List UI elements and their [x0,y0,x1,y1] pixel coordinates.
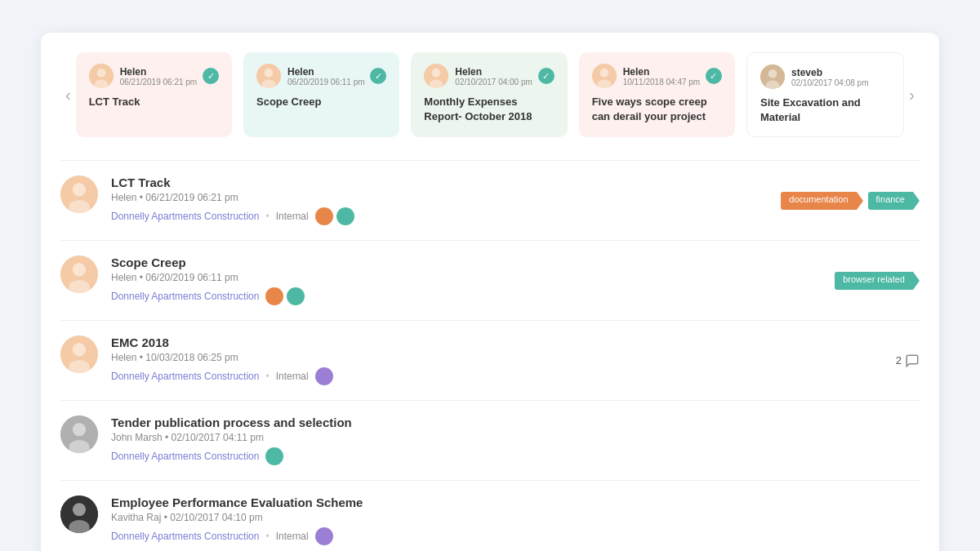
tag-label: documentation [781,192,856,210]
tag-arrow-icon [913,192,920,210]
list-item-4: Tender publication process and selection… [60,400,920,480]
project-link[interactable]: Donnelly Apartments Construction [111,531,259,542]
carousel-next[interactable]: › [904,86,920,104]
list-meta: Helen • 10/03/2018 06:25 pm [111,352,920,363]
list-author: Kavitha Raj [111,512,161,523]
card-date: 10/11/2018 04:47 pm [623,78,701,87]
card-date: 06/21/2019 06:21 pm [120,78,198,87]
badges-row [315,367,333,385]
badge-0[interactable] [315,367,333,385]
list-date: 10/03/2018 06:25 pm [145,352,238,363]
tag-0: documentation [781,192,862,210]
card-username: Helen [120,66,198,78]
badge-0[interactable] [265,447,283,465]
list-content: Tender publication process and selection… [111,415,920,465]
carousel-card-4[interactable]: Helen 10/11/2018 04:47 pm ✓ Five ways sc… [579,52,735,137]
carousel-card-5[interactable]: steveb 02/10/2017 04:08 pm Site Excavati… [746,52,904,137]
list-title: EMC 2018 [111,335,920,349]
list-content: Employee Performance Evaluation Scheme K… [111,495,920,545]
svg-point-13 [768,69,777,78]
card-date: 06/20/2019 06:11 pm [287,78,365,87]
tag-arrow-icon [913,272,920,290]
list-content: EMC 2018 Helen • 10/03/2018 06:25 pm Don… [111,335,920,385]
svg-point-4 [265,69,274,78]
internal-label: Internal [276,371,309,382]
list-author: Helen [111,352,136,363]
carousel-card-3[interactable]: Helen 02/10/2017 04:00 pm ✓ Monthly Expe… [411,52,567,137]
list-date: 06/20/2019 06:11 pm [145,272,238,283]
internal-label: Internal [276,531,309,542]
badges-row [315,207,354,225]
card-username: Helen [455,66,532,78]
list-meta: Helen • 06/20/2019 06:11 pm [111,272,920,283]
list-title: Employee Performance Evaluation Scheme [111,495,920,509]
card-date: 02/10/2017 04:08 pm [791,78,869,87]
list-date: 02/10/2017 04:10 pm [170,512,262,523]
card-title: Scope Creep [256,95,386,109]
tag-1: finance [868,192,920,210]
svg-point-7 [432,69,441,78]
list-author: Helen [111,192,136,203]
list-meta: Kavitha Raj • 02/10/2017 04:10 pm [111,512,920,523]
tag-label: browser related [835,272,913,290]
badge-0[interactable] [315,527,333,545]
list-meta: John Marsh • 02/10/2017 04:11 pm [111,432,920,443]
carousel-card-2[interactable]: Helen 06/20/2019 06:11 pm ✓ Scope Creep [243,52,399,137]
list-author: Helen [111,272,136,283]
svg-point-10 [599,69,608,78]
badges-row [265,447,283,465]
card-title: Site Excavation and Material [760,96,890,125]
list-date: 02/10/2017 04:11 pm [172,432,264,443]
carousel-card-1[interactable]: Helen 06/21/2019 06:21 pm ✓ LCT Track [76,52,232,137]
tag-0: browser related [835,272,920,290]
list-sub: Donnelly Apartments Construction •Intern… [111,367,920,385]
comment-count: 2 [896,353,920,368]
list-author: John Marsh [111,432,163,443]
internal-label: Internal [276,211,309,222]
project-link[interactable]: Donnelly Apartments Construction [111,371,259,382]
list-item-5: Employee Performance Evaluation Scheme K… [60,480,920,551]
list-title: LCT Track [111,176,920,189]
comment-number: 2 [896,354,902,367]
card-check-icon: ✓ [203,68,219,84]
badge-1[interactable] [336,207,354,225]
card-check-icon: ✓ [538,68,555,84]
list-title: Scope Creep [111,256,920,269]
badge-0[interactable] [265,287,283,305]
card-title: LCT Track [89,95,219,109]
badge-1[interactable] [287,287,305,305]
badges-row [265,287,305,305]
tag-label: finance [868,192,913,210]
project-link[interactable]: Donnelly Apartments Construction [111,451,259,462]
carousel-wrapper: ‹ Helen 06/21/2019 06:21 pm ✓ LCT Track [60,52,920,137]
main-container: ‹ Helen 06/21/2019 06:21 pm ✓ LCT Track [41,33,939,551]
svg-point-22 [73,344,86,357]
card-date: 02/10/2017 04:00 pm [455,78,532,87]
badge-0[interactable] [315,207,333,225]
list-content: Scope Creep Helen • 06/20/2019 06:11 pm … [111,256,920,305]
list-sub: Donnelly Apartments Construction [111,287,920,305]
list-sub: Donnelly Apartments Construction •Intern… [111,207,920,225]
card-username: Helen [623,66,701,78]
card-username: steveb [791,67,869,78]
list-sub: Donnelly Apartments Construction •Intern… [111,527,920,545]
list-title: Tender publication process and selection [111,415,920,429]
list-item-2: Scope Creep Helen • 06/20/2019 06:11 pm … [60,240,920,320]
comment-icon [905,353,920,368]
carousel-track: Helen 06/21/2019 06:21 pm ✓ LCT Track He… [76,52,905,137]
list-item-3: EMC 2018 Helen • 10/03/2018 06:25 pm Don… [60,320,920,400]
list-sub: Donnelly Apartments Construction [111,447,920,465]
card-title: Monthly Expenses Report- October 2018 [424,95,554,124]
list-date: 06/21/2019 06:21 pm [145,192,238,203]
project-link[interactable]: Donnelly Apartments Construction [111,291,259,302]
project-link[interactable]: Donnelly Apartments Construction [111,211,259,222]
svg-point-25 [73,424,86,437]
tag-arrow-icon [857,192,863,210]
svg-point-28 [73,504,86,517]
card-check-icon: ✓ [370,68,386,84]
list-tags: browser related [835,272,920,290]
list-tags: documentation finance [781,192,920,210]
list: LCT Track Helen • 06/21/2019 06:21 pm Do… [60,160,920,551]
svg-point-19 [73,264,86,277]
carousel-prev[interactable]: ‹ [60,86,76,104]
